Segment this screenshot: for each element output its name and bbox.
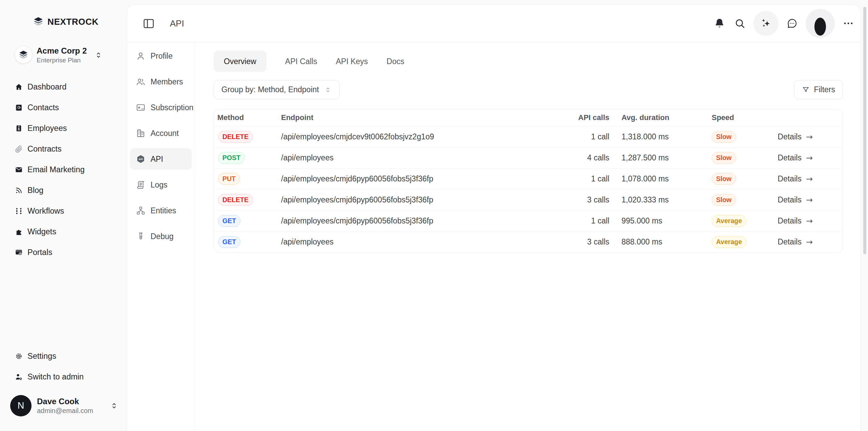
page-scrollbar[interactable]	[863, 7, 866, 254]
page-title: API	[170, 18, 184, 29]
sidebar-item-switch-to-admin[interactable]: Switch to admin	[0, 367, 127, 387]
filters-button[interactable]: Filters	[794, 80, 843, 99]
table-row: GET /api/employees 3 calls 888.000 ms Av…	[214, 231, 843, 252]
panel-header: API	[127, 5, 861, 42]
column-speed: Speed	[708, 113, 775, 122]
user-email: admin@email.com	[37, 407, 93, 415]
sidebar-item-contacts[interactable]: Contacts	[0, 97, 127, 118]
sidebar-item-email-marketing[interactable]: Email Marketing	[0, 159, 127, 180]
gear-icon	[15, 352, 23, 360]
chevrons-up-down-icon	[324, 86, 332, 94]
api-calls-cell: 1 call	[565, 216, 616, 226]
action-chat-bubble[interactable]	[785, 17, 799, 30]
sidebar-nav: Dashboard Contacts Employees Contracts E…	[0, 77, 127, 263]
settings-nav-item-profile[interactable]: Profile	[130, 45, 192, 67]
settings-nav-item-logs[interactable]: Logs	[130, 174, 192, 196]
tab-api-calls[interactable]: API Calls	[285, 51, 317, 72]
table-row: POST /api/employees 4 calls 1,287.500 ms…	[214, 147, 843, 168]
sidebar-item-label: Workflows	[27, 207, 64, 216]
action-ellipsis[interactable]	[842, 17, 855, 30]
group-by-select[interactable]: Group by: Method, Endpoint	[214, 80, 339, 99]
avg-duration-cell: 1,078.000 ms	[616, 174, 708, 183]
home-icon	[15, 83, 23, 91]
org-switcher[interactable]: Acme Corp 2 Enterprise Plan	[15, 46, 103, 64]
method-badge: DELETE	[218, 131, 253, 143]
sidebar-item-settings[interactable]: Settings	[0, 346, 127, 367]
method-badge: DELETE	[218, 194, 253, 206]
settings-nav-label: Debug	[151, 232, 174, 241]
browser-icon	[15, 249, 23, 256]
details-link[interactable]: Details →	[778, 153, 813, 163]
method-badge: POST	[218, 152, 245, 164]
details-link[interactable]: Details →	[778, 132, 813, 142]
api-summary-table: Method Endpoint API calls Avg. duration …	[214, 109, 843, 253]
action-search[interactable]	[733, 17, 747, 30]
settings-nav-item-subscription[interactable]: Subscription	[130, 97, 192, 118]
sidebar-item-label: Contracts	[27, 144, 62, 154]
arrow-right-icon: →	[806, 237, 813, 247]
sidebar-item-contracts[interactable]: Contracts	[0, 139, 127, 159]
tab-api-keys[interactable]: API Keys	[336, 51, 368, 72]
org-avatar	[15, 46, 32, 63]
avatar-initial: N	[18, 400, 24, 411]
action-sparkles[interactable]	[753, 11, 778, 36]
sidebar-item-label: Widgets	[27, 227, 56, 236]
sidebar-toggle-button[interactable]	[142, 17, 155, 30]
sidebar-item-dashboard[interactable]: Dashboard	[0, 77, 127, 97]
tab-bar: Overview API Calls API Keys Docs	[214, 51, 843, 72]
avatar: N	[10, 395, 32, 416]
avatar	[814, 18, 826, 36]
table-row: GET /api/employees/cmjd6pyp60056fobs5j3f…	[214, 210, 843, 231]
cubes-icon	[136, 206, 145, 215]
sidebar-item-blog[interactable]: Blog	[0, 180, 127, 201]
logs-icon	[136, 180, 145, 190]
sidebar-footer-nav: Settings Switch to admin	[0, 346, 127, 387]
chevrons-up-down-icon	[94, 51, 103, 59]
settings-nav: Profile Members Subscription Account API…	[127, 42, 195, 431]
action-bell[interactable]	[713, 17, 726, 30]
org-plan: Enterprise Plan	[37, 57, 87, 64]
settings-nav-item-account[interactable]: Account	[130, 122, 192, 144]
settings-nav-item-api[interactable]: API API	[130, 148, 192, 170]
avg-duration-cell: 1,318.000 ms	[616, 132, 708, 141]
tab-overview[interactable]: Overview	[214, 51, 267, 72]
speed-badge: Average	[712, 215, 746, 227]
sidebar-item-employees[interactable]: Employees	[0, 118, 127, 139]
test-tube-icon	[136, 232, 145, 241]
details-link[interactable]: Details →	[778, 195, 813, 205]
details-link[interactable]: Details →	[778, 174, 813, 184]
primary-sidebar: NEXTROCK Acme Corp 2 Enterprise Plan Das…	[0, 0, 127, 431]
toolbar: Group by: Method, Endpoint Filters	[214, 80, 843, 99]
sidebar-item-label: Switch to admin	[27, 372, 84, 381]
action-user-avatar[interactable]	[806, 9, 835, 38]
id-card-icon	[15, 124, 23, 132]
user-menu[interactable]: N Dave Cook admin@email.com	[10, 395, 118, 416]
sidebar-item-label: Contacts	[27, 103, 59, 112]
table-row: PUT /api/employees/cmjd6pyp60056fobs5j3f…	[214, 168, 843, 189]
sidebar-item-workflows[interactable]: Workflows	[0, 201, 127, 221]
api-calls-cell: 3 calls	[565, 195, 616, 204]
settings-nav-item-members[interactable]: Members	[130, 71, 192, 93]
arrow-right-icon: →	[806, 216, 813, 226]
endpoint-cell: /api/employees/cmjd6pyp60056fobs5j3f36fp	[281, 195, 565, 204]
users-icon	[136, 77, 145, 86]
settings-nav-item-entities[interactable]: Entities	[130, 200, 192, 221]
settings-nav-label: API	[151, 155, 163, 164]
ellipsis-icon	[843, 18, 854, 29]
sidebar-item-label: Settings	[27, 352, 56, 361]
tab-docs[interactable]: Docs	[387, 51, 404, 72]
api-calls-cell: 3 calls	[565, 237, 616, 247]
details-link[interactable]: Details →	[778, 237, 813, 247]
mail-icon	[15, 166, 23, 174]
details-link[interactable]: Details →	[778, 216, 813, 226]
sidebar-item-label: Dashboard	[27, 82, 66, 92]
funnel-icon	[802, 86, 810, 94]
user-name: Dave Cook	[37, 397, 93, 406]
sidebar-item-widgets[interactable]: Widgets	[0, 221, 127, 242]
avg-duration-cell: 1,020.333 ms	[616, 195, 708, 204]
sidebar-item-portals[interactable]: Portals	[0, 242, 127, 263]
sidebar-item-label: Email Marketing	[27, 165, 84, 174]
settings-nav-label: Logs	[151, 180, 167, 190]
main-panel: API	[127, 5, 861, 431]
settings-nav-item-debug[interactable]: Debug	[130, 226, 192, 247]
